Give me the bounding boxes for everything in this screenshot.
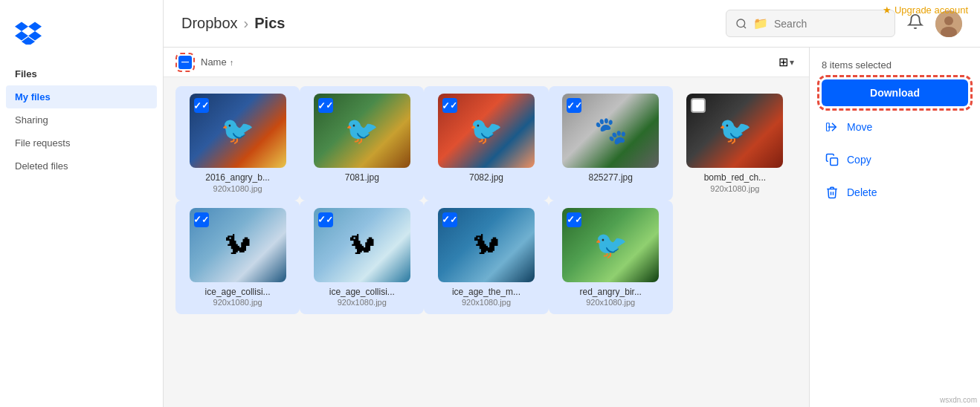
grid-view-toggle[interactable]: ⊞ ▾ bbox=[778, 55, 794, 69]
copy-icon bbox=[825, 152, 839, 167]
grid-icon: ⊞ bbox=[778, 55, 788, 69]
search-icon bbox=[735, 18, 747, 30]
file-name: ice_age_collisi... bbox=[329, 287, 395, 299]
upgrade-account-link[interactable]: ★ Upgrade account bbox=[883, 4, 968, 16]
file-name: 7081.jpg bbox=[345, 172, 379, 184]
file-info: ice_age_collisi... 920x1080.jpg bbox=[205, 287, 271, 307]
search-bar[interactable]: 📁 bbox=[726, 10, 895, 37]
file-checkbox-f3[interactable]: ✓ bbox=[442, 98, 457, 113]
move-action[interactable]: Move bbox=[822, 115, 968, 139]
file-thumbnail: 🐦 ✓ bbox=[314, 94, 410, 168]
sidebar-item-deleted-files[interactable]: Deleted files bbox=[0, 154, 163, 178]
file-thumbnail: 🐦 ✓ bbox=[438, 94, 535, 168]
file-size: 920x1080.jpg bbox=[329, 298, 395, 307]
file-checkbox-f5[interactable] bbox=[691, 98, 706, 113]
grid-dropdown-arrow: ▾ bbox=[790, 57, 794, 68]
delete-icon bbox=[825, 185, 839, 200]
sort-name-label: Name bbox=[201, 56, 227, 68]
file-thumbnail: 🐿 ✓ bbox=[314, 208, 410, 282]
file-name: ice_age_the_m... bbox=[452, 287, 520, 299]
file-info: 7081.jpg bbox=[345, 172, 379, 184]
breadcrumb-separator: › bbox=[244, 15, 249, 32]
file-name: 7082.jpg bbox=[469, 172, 503, 184]
sort-arrow-icon: ↑ bbox=[230, 58, 234, 67]
file-checkbox-f8[interactable]: ✓ bbox=[442, 212, 457, 227]
file-name: ice_age_collisi... bbox=[205, 287, 271, 299]
file-thumbnail: 🐦 ✓ bbox=[190, 94, 286, 168]
file-size: 920x1080.jpg bbox=[205, 298, 271, 307]
file-item-f4[interactable]: 🐾 ✓ 825277.jpg bbox=[549, 86, 673, 201]
delete-label: Delete bbox=[847, 186, 877, 198]
file-thumbnail: 🐿 ✓ bbox=[190, 208, 286, 282]
file-item-f1[interactable]: 🐦 ✓ 2016_angry_b... 920x1080.jpg bbox=[175, 86, 300, 201]
sidebar-nav: Files My files Sharing File requests Del… bbox=[0, 62, 163, 178]
move-label: Move bbox=[847, 121, 872, 133]
sidebar: Files My files Sharing File requests Del… bbox=[0, 0, 164, 407]
file-name: 2016_angry_b... bbox=[205, 172, 270, 184]
file-info: 7082.jpg bbox=[469, 172, 503, 184]
svg-rect-6 bbox=[831, 158, 838, 166]
file-checkbox-f4[interactable]: ✓ bbox=[567, 98, 581, 113]
file-checkbox-f1[interactable]: ✓ bbox=[194, 98, 209, 113]
file-item-f5[interactable]: 🐦 bomb_red_ch... 920x1080.jpg bbox=[673, 86, 797, 201]
sidebar-item-sharing[interactable]: Sharing bbox=[0, 108, 163, 131]
file-name: 825277.jpg bbox=[589, 172, 633, 184]
file-item-f9[interactable]: 🐦 ✓ red_angry_bir... 920x1080.jpg bbox=[549, 201, 673, 315]
breadcrumb-root[interactable]: Dropbox bbox=[181, 15, 238, 32]
file-area: Name ↑ ⊞ ▾ 🐦 ✓ 2016_angry_b... 920x1080.… bbox=[164, 48, 809, 407]
sidebar-item-files[interactable]: Files bbox=[0, 62, 163, 85]
copy-action[interactable]: Copy bbox=[822, 148, 968, 172]
file-info: 2016_angry_b... 920x1080.jpg bbox=[205, 172, 270, 193]
file-name: bomb_red_ch... bbox=[704, 172, 766, 184]
breadcrumb: Dropbox › Pics bbox=[181, 15, 285, 32]
file-size: 920x1080.jpg bbox=[205, 184, 270, 193]
dropbox-logo bbox=[15, 18, 42, 45]
file-checkbox-f6[interactable]: ✓ bbox=[194, 212, 209, 227]
file-item-f7[interactable]: 🐿 ✓ ice_age_collisi... 920x1080.jpg bbox=[300, 201, 424, 315]
folder-icon-search: 📁 bbox=[753, 16, 768, 30]
svg-point-3 bbox=[944, 16, 953, 25]
file-toolbar: Name ↑ ⊞ ▾ bbox=[164, 48, 809, 77]
sidebar-item-my-files[interactable]: My files bbox=[6, 85, 157, 108]
file-thumbnail: 🐿 ✓ bbox=[438, 208, 535, 282]
upgrade-label: Upgrade account bbox=[894, 4, 968, 16]
svg-line-1 bbox=[744, 26, 746, 28]
file-size: 920x1080.jpg bbox=[580, 298, 642, 307]
file-item-f8[interactable]: 🐿 ✓ ice_age_the_m... 920x1080.jpg bbox=[424, 201, 548, 315]
delete-action[interactable]: Delete bbox=[822, 180, 968, 204]
file-size: 920x1080.jpg bbox=[452, 298, 520, 307]
header: Dropbox › Pics 📁 bbox=[164, 0, 980, 48]
search-input[interactable] bbox=[774, 18, 886, 30]
file-size: 920x1080.jpg bbox=[704, 184, 766, 193]
file-thumbnail: 🐾 ✓ bbox=[562, 94, 659, 168]
file-info: ice_age_the_m... 920x1080.jpg bbox=[452, 287, 520, 307]
file-info: red_angry_bir... 920x1080.jpg bbox=[580, 287, 642, 307]
select-all-checkbox[interactable] bbox=[178, 56, 192, 69]
svg-point-0 bbox=[737, 19, 745, 27]
star-icon: ★ bbox=[883, 4, 892, 16]
file-info: bomb_red_ch... 920x1080.jpg bbox=[704, 172, 766, 193]
file-checkbox-f2[interactable]: ✓ bbox=[318, 98, 333, 113]
right-panel: 8 items selected Download Move Copy Dele… bbox=[809, 48, 980, 407]
file-info: ice_age_collisi... 920x1080.jpg bbox=[329, 287, 395, 307]
file-name: red_angry_bir... bbox=[580, 287, 642, 299]
sidebar-item-file-requests[interactable]: File requests bbox=[0, 131, 163, 154]
file-checkbox-f9[interactable]: ✓ bbox=[567, 212, 581, 227]
file-thumbnail: 🐦 ✓ bbox=[562, 208, 659, 282]
file-item-f2[interactable]: 🐦 ✓ 7081.jpg bbox=[300, 86, 424, 201]
selected-count: 8 items selected bbox=[822, 59, 968, 71]
sort-by-name[interactable]: Name ↑ bbox=[201, 56, 233, 68]
file-item-f6[interactable]: 🐿 ✓ ice_age_collisi... 920x1080.jpg bbox=[175, 201, 300, 315]
copy-label: Copy bbox=[847, 154, 871, 166]
logo-area bbox=[0, 12, 163, 62]
main-content: Dropbox › Pics 📁 Name bbox=[164, 0, 980, 407]
download-button[interactable]: Download bbox=[822, 79, 968, 106]
svg-rect-5 bbox=[827, 123, 830, 131]
file-thumbnail: 🐦 bbox=[686, 94, 783, 168]
file-item-f3[interactable]: 🐦 ✓ 7082.jpg bbox=[424, 86, 548, 201]
watermark: wsxdn.com bbox=[940, 396, 977, 404]
file-checkbox-f7[interactable]: ✓ bbox=[318, 212, 333, 227]
notification-bell[interactable] bbox=[907, 13, 923, 33]
file-info: 825277.jpg bbox=[589, 172, 633, 184]
file-grid: 🐦 ✓ 2016_angry_b... 920x1080.jpg 🐦 ✓ 708… bbox=[164, 77, 809, 323]
